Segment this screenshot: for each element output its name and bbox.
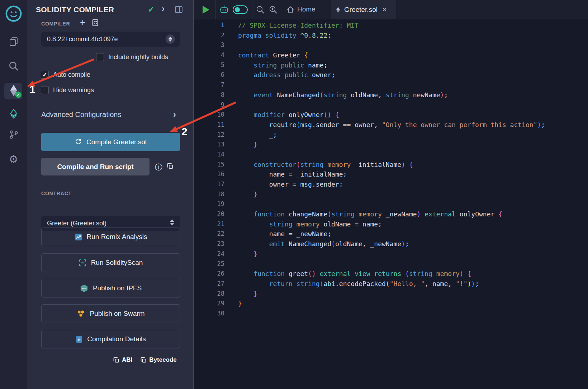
hide-warnings-checkbox[interactable] <box>41 86 49 94</box>
code-text[interactable]: function greet() external view returns (… <box>238 269 471 279</box>
line-number[interactable]: 6 <box>194 70 224 80</box>
code-line[interactable]: 16 name = _initialName; <box>194 169 588 179</box>
file-explorer-icon[interactable] <box>0 36 27 47</box>
line-number[interactable]: 12 <box>194 130 224 140</box>
add-compiler-icon[interactable]: + <box>80 18 85 27</box>
code-text[interactable]: } <box>238 289 257 299</box>
code-line[interactable]: 28 } <box>194 289 588 299</box>
run-remix-analysis-button[interactable]: Run Remix Analysis <box>41 228 180 246</box>
line-number[interactable]: 21 <box>194 219 224 229</box>
compilation-details-button[interactable]: Compilation Details <box>41 330 180 348</box>
code-text[interactable]: _; <box>238 130 277 140</box>
publish-on-ipfs-button[interactable]: IPFS Publish on IPFS <box>41 279 180 297</box>
code-line[interactable]: 15 constructor(string memory _initialNam… <box>194 160 588 170</box>
line-number[interactable]: 24 <box>194 249 224 259</box>
code-text[interactable]: require(msg.sender == owner, "Only the o… <box>238 120 545 130</box>
line-number[interactable]: 19 <box>194 199 224 209</box>
include-nightly-checkbox[interactable] <box>96 53 104 61</box>
code-line[interactable]: 24 } <box>194 249 588 259</box>
code-line[interactable]: 7 <box>194 80 588 90</box>
ai-assistant-button[interactable] <box>219 5 229 14</box>
info-icon[interactable]: ⓘ <box>155 162 162 172</box>
code-line[interactable]: 11 require(msg.sender == owner, "Only th… <box>194 120 588 130</box>
run-solidityscan-button[interactable]: Run SolidityScan <box>41 253 180 272</box>
code-line[interactable]: 2pragma solidity ^0.8.22; <box>194 31 588 41</box>
search-icon[interactable] <box>0 61 27 71</box>
copy-bytecode-button[interactable]: Bytecode <box>140 356 177 364</box>
line-number[interactable]: 4 <box>194 50 224 60</box>
advanced-configurations-label[interactable]: Advanced Configurations <box>41 111 121 119</box>
code-line[interactable]: 17 owner = msg.sender; <box>194 179 588 189</box>
code-line[interactable]: 1// SPDX-License-Identifier: MIT <box>194 20 588 31</box>
line-number[interactable]: 22 <box>194 229 224 239</box>
run-script-button[interactable] <box>201 5 210 15</box>
pin-panel-icon[interactable] <box>175 5 183 14</box>
home-tab[interactable]: Home <box>286 5 316 13</box>
tab-close-icon[interactable]: × <box>382 6 387 13</box>
code-line[interactable]: 6 address public owner; <box>194 70 588 80</box>
zoom-in-button[interactable] <box>269 5 278 14</box>
code-text[interactable]: modifier onlyOwner() { <box>238 110 339 120</box>
code-line[interactable]: 25 <box>194 259 588 269</box>
code-line[interactable]: 12 _; <box>194 130 588 140</box>
line-number[interactable]: 14 <box>194 150 224 160</box>
code-line[interactable]: 3 <box>194 40 588 50</box>
code-line[interactable]: 18 } <box>194 189 588 200</box>
code-line[interactable]: 20 function changeName(string memory _ne… <box>194 209 588 219</box>
code-line[interactable]: 14 <box>194 150 588 160</box>
code-line[interactable]: 5 string public name; <box>194 60 588 70</box>
git-branch-icon[interactable] <box>0 130 27 140</box>
ai-toggle-switch[interactable] <box>233 5 248 14</box>
line-number[interactable]: 18 <box>194 189 224 200</box>
code-area[interactable]: 1// SPDX-License-Identifier: MIT2pragma … <box>194 19 588 389</box>
auto-compile-checkbox[interactable]: ✓ <box>41 71 49 79</box>
copy-abi-button[interactable]: ABI <box>113 356 132 364</box>
code-text[interactable]: name = _initialName; <box>238 169 347 179</box>
line-number[interactable]: 10 <box>194 110 224 120</box>
line-number[interactable]: 7 <box>194 80 224 90</box>
zoom-out-button[interactable] <box>256 5 265 14</box>
line-number[interactable]: 3 <box>194 40 224 50</box>
tab-greeter-sol[interactable]: Greeter.sol × <box>331 0 396 19</box>
line-number[interactable]: 1 <box>194 20 224 31</box>
hide-warnings-checkbox-row[interactable]: Hide warnings <box>41 86 94 94</box>
code-text[interactable]: constructor(string memory _initialName) … <box>238 160 413 170</box>
line-number[interactable]: 23 <box>194 239 224 249</box>
code-text[interactable]: address public owner; <box>238 70 335 80</box>
line-number[interactable]: 9 <box>194 100 224 110</box>
line-number[interactable]: 5 <box>194 60 224 70</box>
code-text[interactable]: // SPDX-License-Identifier: MIT <box>238 20 359 31</box>
code-line[interactable]: 10 modifier onlyOwner() { <box>194 110 588 120</box>
code-text[interactable]: event NameChanged(string oldName, string… <box>238 90 448 100</box>
code-line[interactable]: 22 name = _newName; <box>194 229 588 239</box>
solidity-compiler-icon[interactable] <box>0 84 27 98</box>
publish-on-swarm-button[interactable]: Publish on Swarm <box>41 304 180 323</box>
line-number[interactable]: 16 <box>194 169 224 179</box>
code-text[interactable]: string public name; <box>238 60 327 70</box>
compiler-version-select[interactable]: 0.8.22+commit.4fc1097e <box>41 32 180 47</box>
code-text[interactable]: function changeName(string memory _newNa… <box>238 209 502 219</box>
code-text[interactable]: } <box>238 140 257 150</box>
line-number[interactable]: 29 <box>194 299 224 309</box>
code-text[interactable]: owner = msg.sender; <box>238 179 343 189</box>
line-number[interactable]: 28 <box>194 289 224 299</box>
line-number[interactable]: 13 <box>194 140 224 150</box>
code-text[interactable]: } <box>238 299 242 309</box>
code-line[interactable]: 4contract Greeter { <box>194 50 588 60</box>
code-line[interactable]: 23 emit NameChanged(oldName, _newName); <box>194 239 588 249</box>
code-text[interactable]: } <box>238 249 257 259</box>
line-number[interactable]: 2 <box>194 31 224 41</box>
compile-button[interactable]: Compile Greeter.sol <box>41 133 180 151</box>
remix-logo[interactable] <box>0 4 27 24</box>
reload-compiler-icon[interactable] <box>91 19 99 27</box>
advanced-chevron-icon[interactable]: › <box>173 109 176 119</box>
compile-and-run-button[interactable]: Compile and Run script <box>41 158 150 175</box>
code-text[interactable]: contract Greeter { <box>238 50 308 60</box>
code-line[interactable]: 8 event NameChanged(string oldName, stri… <box>194 90 588 100</box>
code-line[interactable]: 29} <box>194 299 588 309</box>
line-number[interactable]: 17 <box>194 179 224 189</box>
code-text[interactable]: pragma solidity ^0.8.22; <box>238 31 331 41</box>
settings-gear-icon[interactable]: ⚙ <box>0 154 27 165</box>
code-line[interactable]: 9 <box>194 100 588 110</box>
code-line[interactable]: 30 <box>194 309 588 319</box>
